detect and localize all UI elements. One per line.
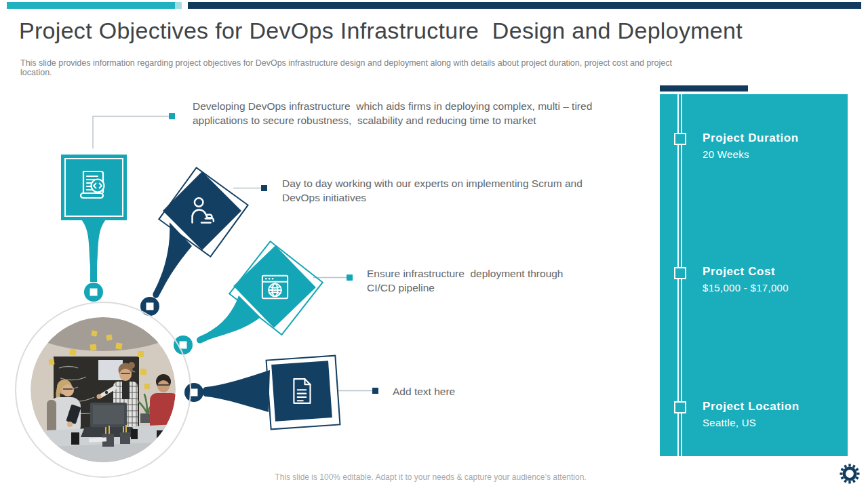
document-icon bbox=[285, 374, 319, 408]
panel-item-value: Seattle, US bbox=[703, 417, 838, 428]
team-photo bbox=[31, 317, 176, 462]
objective-3-text: Ensure infrastructure deployment through… bbox=[367, 267, 578, 295]
panel-marker-square bbox=[674, 133, 686, 145]
objective-2-text: Day to day working with our experts on i… bbox=[282, 177, 584, 205]
panel-item-label: Project Location bbox=[703, 400, 838, 413]
panel-item-value: 20 Weeks bbox=[703, 148, 838, 160]
panel-marker-square bbox=[674, 267, 686, 279]
page-title: Project Objectives for DevOps Infrastruc… bbox=[19, 18, 819, 44]
panel-item-cost: Project Cost $15,000 - $17,000 bbox=[703, 265, 838, 293]
browser-globe-icon bbox=[256, 268, 294, 306]
panel-item-label: Project Duration bbox=[703, 131, 838, 145]
panel-item-location: Project Location Seattle, US bbox=[703, 400, 838, 428]
top-accent-bar-navy bbox=[188, 2, 861, 9]
details-panel: Project Duration 20 Weeks Project Cost $… bbox=[660, 94, 848, 456]
panel-accent-bar bbox=[660, 85, 748, 92]
settings-gear-icon bbox=[838, 462, 861, 485]
script-code-icon bbox=[75, 166, 113, 204]
objective-1-text: Developing DevOps infrastructure which a… bbox=[193, 100, 594, 127]
panel-item-duration: Project Duration 20 Weeks bbox=[703, 131, 838, 160]
panel-marker-square bbox=[674, 401, 686, 413]
footer-note: This slide is 100% editable. Adapt it to… bbox=[0, 472, 861, 482]
objective-4-text: Add text here bbox=[393, 385, 549, 399]
page-subtitle: This slide provides information regardin… bbox=[20, 58, 685, 77]
top-accent-bar-teal bbox=[7, 2, 175, 9]
slide-canvas: Project Objectives for DevOps Infrastruc… bbox=[0, 0, 868, 488]
panel-item-label: Project Cost bbox=[703, 265, 838, 279]
top-accent-bar-teal-light bbox=[175, 2, 182, 9]
person-working-icon bbox=[184, 193, 220, 230]
panel-item-value: $15,000 - $17,000 bbox=[703, 282, 838, 293]
